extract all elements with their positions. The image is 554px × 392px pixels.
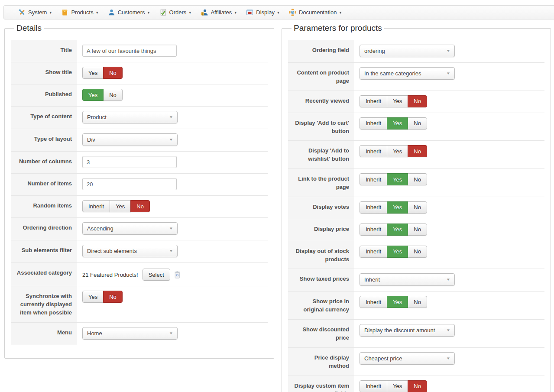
form-row: Display priceInheritYesNo <box>288 219 544 241</box>
nav-item-affiliates[interactable]: $Affiliates▾ <box>196 6 241 19</box>
show-taxed-prices-select[interactable]: Inherit▼ <box>360 273 455 286</box>
display-votes-no-button[interactable]: No <box>408 201 427 214</box>
field-label-price-display-method: Price display method <box>288 348 354 376</box>
link-to-the-product-page-inherit-button[interactable]: Inherit <box>360 173 387 185</box>
recently-viewed-inherit-button[interactable]: Inherit <box>360 95 387 107</box>
display-add-to-cart-button-yes-button[interactable]: Yes <box>387 117 408 130</box>
show-title-yes-button[interactable]: Yes <box>82 67 104 79</box>
nav-item-label: Products <box>71 9 93 16</box>
display-add-to-cart-button-no-button[interactable]: No <box>408 117 427 130</box>
ordering-direction-select[interactable]: Ascending▼ <box>82 222 178 235</box>
recently-viewed-no-button[interactable]: No <box>408 95 427 107</box>
form-row: Display 'Add to cart' buttonInheritYesNo <box>288 113 544 141</box>
field-label-recently-viewed: Recently viewed <box>288 91 354 113</box>
price-display-method-select[interactable]: Cheapest price▼ <box>360 352 455 365</box>
link-to-the-product-page-no-button[interactable]: No <box>408 173 427 185</box>
link-to-the-product-page-yes-button[interactable]: Yes <box>387 173 408 185</box>
nav-item-documentation[interactable]: Documentation▾ <box>284 6 346 19</box>
display-add-to-wishlist-button-toggle-group: InheritYesNo <box>360 145 427 157</box>
nav-item-system[interactable]: System▾ <box>13 6 56 19</box>
display-price-inherit-button[interactable]: Inherit <box>360 224 387 236</box>
field-label-content-on-product-page: Content on product page <box>288 63 354 91</box>
chevron-down-icon: ▼ <box>446 356 450 360</box>
menu-select[interactable]: Home▼ <box>82 327 178 340</box>
number-of-columns-input[interactable] <box>82 156 177 168</box>
display-price-yes-button[interactable]: Yes <box>387 224 408 236</box>
random-items-inherit-button[interactable]: Inherit <box>82 200 110 212</box>
type-of-layout-select[interactable]: Div▼ <box>82 133 178 146</box>
field-label-link-to-the-product-page: Link to the product page <box>288 169 354 197</box>
random-items-yes-button[interactable]: Yes <box>110 200 131 212</box>
show-title-no-button[interactable]: No <box>103 67 123 79</box>
nav-item-orders[interactable]: Orders▾ <box>155 6 196 19</box>
show-price-in-original-currency-yes-button[interactable]: Yes <box>387 296 408 308</box>
field-label-show-taxed-prices: Show taxed prices <box>288 269 354 291</box>
content-on-product-page-select[interactable]: In the same categories▼ <box>360 67 455 80</box>
show-discounted-price-select-value: Display the discount amount <box>364 327 435 334</box>
form-row: Show titleYesNo <box>11 62 268 84</box>
field-label-show-price-in-original-currency: Show price in original currency <box>288 292 354 319</box>
chevron-down-icon: ▼ <box>169 249 173 253</box>
display-add-to-cart-button-inherit-button[interactable]: Inherit <box>360 117 387 130</box>
recently-viewed-toggle-group: InheritYesNo <box>360 95 427 107</box>
form-row: Type of layoutDiv▼ <box>11 129 268 152</box>
sub-elements-filter-select[interactable]: Direct sub elements▼ <box>82 245 178 257</box>
number-of-items-input[interactable] <box>82 178 177 190</box>
display-votes-yes-button[interactable]: Yes <box>387 201 408 214</box>
menu-select-value: Home <box>87 330 102 337</box>
field-label-number-of-columns: Number of columns <box>11 152 77 173</box>
caret-down-icon: ▾ <box>234 10 237 15</box>
display-window-icon <box>246 9 253 16</box>
field-label-published: Published <box>11 84 77 106</box>
form-row: PublishedYesNo <box>11 84 268 107</box>
chevron-down-icon: ▼ <box>169 227 173 230</box>
chevron-down-icon: ▼ <box>446 278 450 282</box>
details-legend: Details <box>14 23 44 33</box>
nav-item-customers[interactable]: Customers▾ <box>103 6 155 19</box>
display-add-to-wishlist-button-inherit-button[interactable]: Inherit <box>360 145 387 157</box>
field-label-type-of-layout: Type of layout <box>11 129 77 151</box>
form-row: Random itemsInheritYesNo <box>11 196 268 218</box>
display-out-of-stock-products-inherit-button[interactable]: Inherit <box>360 246 387 258</box>
field-label-show-title: Show title <box>11 62 77 84</box>
chevron-down-icon: ▼ <box>446 71 450 75</box>
synchronize-with-currently-displayed-item-when-possible-yes-button[interactable]: Yes <box>82 291 104 303</box>
form-row: Number of items <box>11 174 268 196</box>
type-of-content-select[interactable]: Product▼ <box>82 111 178 123</box>
display-add-to-wishlist-button-yes-button[interactable]: Yes <box>387 145 408 157</box>
trash-icon[interactable] <box>174 271 181 279</box>
display-out-of-stock-products-yes-button[interactable]: Yes <box>387 246 408 258</box>
recently-viewed-yes-button[interactable]: Yes <box>387 95 408 107</box>
field-label-menu: Menu <box>11 323 77 345</box>
title-input[interactable] <box>82 45 177 57</box>
form-row: Type of contentProduct▼ <box>11 107 268 129</box>
field-label-show-discounted-price: Show discounted price <box>288 320 354 347</box>
display-custom-item-fields-no-button[interactable]: No <box>408 380 427 392</box>
field-label-title: Title <box>11 40 77 62</box>
ordering-field-select[interactable]: ordering▼ <box>360 45 455 57</box>
show-price-in-original-currency-no-button[interactable]: No <box>408 296 427 308</box>
display-out-of-stock-products-no-button[interactable]: No <box>408 246 427 258</box>
field-label-display-add-to-cart-button: Display 'Add to cart' button <box>288 113 354 141</box>
associated-category-select-button[interactable]: Select <box>143 269 170 281</box>
display-votes-inherit-button[interactable]: Inherit <box>360 201 387 214</box>
published-no-button[interactable]: No <box>103 89 123 101</box>
field-label-sub-elements-filter: Sub elements filter <box>11 240 77 262</box>
details-panel: Details TitleShow titleYesNoPublishedYes… <box>4 23 274 359</box>
field-label-display-custom-item-fields: Display custom item fields <box>288 376 354 392</box>
nav-item-display[interactable]: Display▾ <box>241 6 284 19</box>
show-discounted-price-select[interactable]: Display the discount amount▼ <box>360 324 455 337</box>
tools-icon <box>18 9 26 16</box>
random-items-no-button[interactable]: No <box>130 200 150 212</box>
show-price-in-original-currency-inherit-button[interactable]: Inherit <box>360 296 387 308</box>
published-yes-button[interactable]: Yes <box>82 89 104 101</box>
display-add-to-wishlist-button-no-button[interactable]: No <box>408 145 427 157</box>
content-panels: Details TitleShow titleYesNoPublishedYes… <box>0 23 554 392</box>
display-custom-item-fields-inherit-button[interactable]: Inherit <box>360 380 387 392</box>
nav-item-products[interactable]: Products▾ <box>56 6 103 19</box>
field-label-associated-category: Associated category <box>11 263 77 286</box>
synchronize-with-currently-displayed-item-when-possible-no-button[interactable]: No <box>103 291 123 303</box>
associated-category-value: 21 Featured Products!Select <box>82 267 181 281</box>
display-custom-item-fields-yes-button[interactable]: Yes <box>387 380 408 392</box>
display-price-no-button[interactable]: No <box>408 224 427 236</box>
